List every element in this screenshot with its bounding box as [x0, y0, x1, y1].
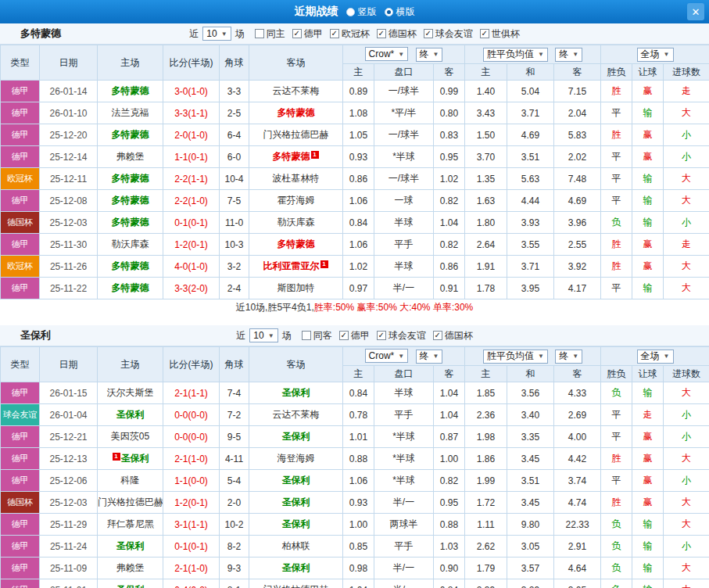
team-link[interactable]: 斯图加特 [278, 282, 315, 293]
fulltime-header-cell: 全场▼ [601, 347, 709, 366]
match-count-select[interactable]: 10 ▼ [202, 27, 231, 41]
away-team-cell: 柏林联 [249, 536, 343, 558]
team-link[interactable]: 门兴格拉德巴赫 [263, 584, 329, 588]
team-link[interactable]: 弗赖堡 [116, 151, 145, 162]
away-team-cell: 圣保利 [249, 382, 343, 404]
result-cell: 胜 [601, 81, 632, 102]
filter-checkbox[interactable]: ✓球会友谊 [424, 27, 473, 41]
filter-checkbox[interactable]: 同客 [302, 329, 332, 342]
team-name-text: 斯图加特 [278, 282, 315, 293]
team-link[interactable]: 圣保利 [116, 584, 145, 588]
checkbox-label: 世俱杯 [492, 27, 520, 41]
team-link[interactable]: 美因茨05 [111, 431, 149, 442]
team-link[interactable]: 圣保利 [282, 431, 310, 442]
team-link[interactable]: 云达不莱梅 [273, 409, 320, 420]
team-link[interactable]: 圣保利 [116, 409, 145, 420]
league-cell: 德甲 [1, 102, 40, 124]
checkbox-checked-icon[interactable]: ✓ [433, 331, 442, 340]
checkbox-checked-icon[interactable]: ✓ [339, 331, 349, 340]
filter-checkbox[interactable]: ✓德国杯 [377, 27, 417, 41]
team-link[interactable]: 多特蒙德1 [273, 151, 320, 162]
team-link[interactable]: 圣保利 [282, 562, 310, 573]
close-button[interactable]: ✕ [687, 3, 704, 20]
filter-checkbox[interactable]: 同主 [255, 27, 285, 41]
checkbox-checked-icon[interactable]: ✓ [424, 29, 433, 38]
team-link[interactable]: 多特蒙德 [112, 129, 149, 140]
odds-handicap-cell: 平手 [374, 234, 434, 256]
avg-home-cell: 1.86 [465, 448, 507, 470]
subcol-avg-away: 客 [554, 366, 601, 382]
checkbox-checked-icon[interactable]: ✓ [377, 331, 386, 340]
team-name-text: 圣保利 [282, 497, 310, 507]
radio-selected-icon[interactable] [385, 8, 393, 16]
score-cell: 3-3(2-0) [163, 278, 220, 299]
checkbox-label: 球会友谊 [389, 329, 426, 342]
checkbox-checked-icon[interactable]: ✓ [330, 29, 339, 38]
team-link[interactable]: 圣保利 [116, 540, 145, 551]
col-header-corner: 角球 [220, 45, 249, 81]
odds-final-select[interactable]: 终▼ [416, 350, 443, 364]
avg-final-select[interactable]: 终▼ [555, 48, 582, 62]
team-link[interactable]: 多特蒙德 [112, 85, 149, 96]
avg-final-select[interactable]: 终▼ [555, 350, 582, 364]
team-link[interactable]: 多特蒙德 [112, 195, 149, 206]
team-link[interactable]: 拜仁慕尼黑 [107, 518, 154, 529]
odds-home-cell: 0.97 [343, 278, 374, 299]
odds-company-select[interactable]: Crow*▼ [365, 47, 409, 61]
radio-unselected-icon[interactable] [346, 8, 355, 16]
team-link[interactable]: 海登海姆 [278, 453, 315, 464]
checkbox-unchecked-icon[interactable] [302, 331, 311, 340]
filter-checkbox[interactable]: ✓德甲 [339, 329, 370, 342]
team-link[interactable]: 霍芬海姆 [278, 195, 315, 206]
checkbox-unchecked-icon[interactable] [255, 29, 264, 38]
team-link[interactable]: 弗赖堡 [116, 562, 145, 573]
date-cell: 26-01-10 [40, 102, 98, 124]
odds-final-select[interactable]: 终▼ [416, 48, 443, 62]
team-link[interactable]: 法兰克福 [112, 107, 149, 118]
odds-handicap-cell: 半/一 [374, 579, 434, 588]
avg-type-select[interactable]: 胜平负均值▼ [483, 350, 548, 364]
layout-radio-horizontal[interactable]: 横版 [385, 5, 415, 19]
team-link[interactable]: 圣保利 [282, 497, 310, 507]
score-cell: 0-1(0-1) [163, 536, 220, 558]
team-link[interactable]: 多特蒙德 [278, 107, 315, 118]
team-link[interactable]: 圣保利 [282, 475, 310, 486]
match-count-select[interactable]: 10 ▼ [249, 328, 278, 342]
odds-company-select[interactable]: Crow*▼ [365, 349, 409, 363]
filter-checkbox[interactable]: ✓德国杯 [433, 329, 473, 342]
team-link[interactable]: 科隆 [121, 475, 140, 486]
match-row: 德甲25-11-22多特蒙德3-3(2-0)2-4斯图加特0.97半/一0.91… [1, 278, 709, 299]
corner-cell: 10-4 [220, 168, 249, 190]
avg-type-select[interactable]: 胜平负均值▼ [483, 48, 548, 62]
filter-checkbox[interactable]: ✓球会友谊 [377, 329, 426, 342]
team-link[interactable]: 多特蒙德 [112, 282, 149, 293]
team-link[interactable]: 1圣保利 [112, 453, 149, 464]
team-link[interactable]: 门兴格拉德巴赫 [263, 129, 329, 140]
fulltime-select[interactable]: 全场▼ [637, 48, 674, 62]
team-link[interactable]: 波杜基林特 [273, 173, 320, 184]
fulltime-select[interactable]: 全场▼ [637, 350, 674, 364]
team-link[interactable]: 柏林联 [282, 540, 310, 551]
team-link[interactable]: 多特蒙德 [112, 260, 149, 271]
checkbox-checked-icon[interactable]: ✓ [292, 29, 302, 38]
team-link[interactable]: 勒沃库森 [278, 217, 315, 228]
checkbox-checked-icon[interactable]: ✓ [377, 29, 386, 38]
team-link[interactable]: 比利亚雷亚尔1 [263, 260, 329, 271]
team-name-text: 云达不莱梅 [273, 85, 320, 96]
layout-radio-vertical[interactable]: 竖版 [346, 5, 377, 19]
filter-checkbox[interactable]: ✓世俱杯 [480, 27, 520, 41]
odds-handicap-cell: 平手 [374, 404, 434, 426]
filter-checkbox[interactable]: ✓欧冠杯 [330, 27, 370, 41]
filter-checkbox[interactable]: ✓德甲 [292, 27, 323, 41]
team-link[interactable]: 多特蒙德 [112, 217, 149, 228]
home-team-cell: 多特蒙德 [98, 168, 163, 190]
team-link[interactable]: 勒沃库森 [112, 238, 149, 249]
team-link[interactable]: 多特蒙德 [112, 173, 149, 184]
team-link[interactable]: 沃尔夫斯堡 [107, 387, 154, 398]
team-link[interactable]: 云达不莱梅 [273, 85, 320, 96]
checkbox-checked-icon[interactable]: ✓ [480, 29, 489, 38]
team-link[interactable]: 门兴格拉德巴赫 [98, 497, 163, 507]
team-link[interactable]: 多特蒙德 [278, 238, 315, 249]
team-link[interactable]: 圣保利 [282, 387, 310, 398]
team-link[interactable]: 圣保利 [282, 518, 310, 529]
